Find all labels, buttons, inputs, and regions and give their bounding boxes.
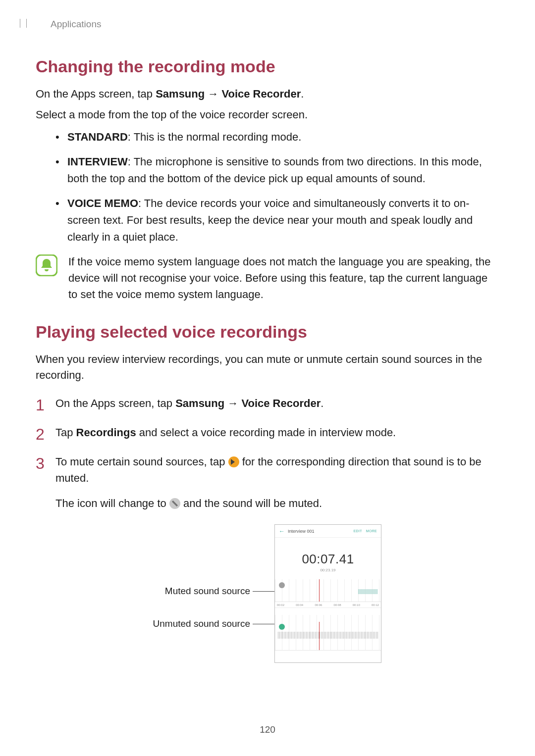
mode-label: VOICE MEMO — [67, 197, 138, 209]
mode-label: INTERVIEW — [67, 155, 128, 168]
time-total: 00:23.19 — [275, 568, 381, 572]
tick: 00:06 — [315, 604, 322, 606]
speaker-muted-icon — [169, 498, 180, 509]
back-arrow-icon[interactable]: ← — [279, 528, 285, 535]
tick: 00:04 — [296, 604, 303, 606]
muted-source-icon[interactable] — [279, 582, 285, 588]
section-title-playing: Playing selected voice recordings — [36, 322, 499, 342]
text: and the sound will be muted. — [180, 497, 322, 509]
header-divider — [20, 19, 27, 28]
steps-list: On the Apps screen, tap Samsung → Voice … — [36, 395, 499, 511]
mode-label: STANDARD — [67, 131, 128, 143]
callout-unmuted: Unmuted sound source — [139, 618, 250, 629]
page-number: 120 — [0, 724, 535, 735]
intro-line-2: Select a mode from the top of the voice … — [36, 107, 499, 123]
waveform — [358, 589, 378, 594]
arrow: → — [205, 88, 221, 100]
tick: 00:12 — [372, 604, 379, 606]
phone-screen: ← Interview 001 EDIT MORE 00:07.41 00:23… — [274, 524, 381, 663]
phone-mockup: Muted sound source Unmuted sound source … — [154, 524, 381, 673]
mode-desc: : This is the normal recording mode. — [128, 131, 302, 143]
list-item: STANDARD: This is the normal recording m… — [55, 129, 499, 146]
text: The icon will change to — [55, 497, 169, 509]
track-top — [275, 579, 381, 602]
callout-muted: Muted sound source — [139, 586, 250, 597]
text: On the Apps screen, tap — [55, 397, 175, 409]
arrow: → — [224, 397, 241, 409]
step-1: On the Apps screen, tap Samsung → Voice … — [36, 395, 499, 411]
waveform — [278, 632, 378, 639]
unmuted-source-icon[interactable] — [279, 624, 285, 630]
bold-voice-recorder: Voice Recorder — [221, 88, 301, 100]
intro-line-1: On the Apps screen, tap Samsung → Voice … — [36, 86, 499, 102]
text: Tap — [55, 426, 76, 439]
step-3-sub: The icon will change to and the sound wi… — [55, 495, 499, 511]
step-2: Tap Recordings and select a voice record… — [36, 424, 499, 441]
edit-button[interactable]: EDIT — [354, 529, 362, 533]
period: . — [301, 88, 304, 100]
bold-samsung: Samsung — [175, 397, 224, 409]
time-current: 00:07.41 — [275, 552, 381, 567]
tick: 00:02 — [277, 604, 284, 606]
mode-list: STANDARD: This is the normal recording m… — [55, 129, 499, 246]
text: On the Apps screen, tap — [36, 88, 156, 100]
tick: 00:08 — [334, 604, 341, 606]
breadcrumb: Applications — [51, 19, 499, 30]
phone-header: ← Interview 001 EDIT MORE — [275, 525, 381, 538]
recording-title: Interview 001 — [288, 529, 350, 534]
note-text: If the voice memo system language does n… — [68, 253, 499, 302]
more-button[interactable]: MORE — [366, 529, 377, 533]
period: . — [321, 397, 323, 409]
list-item: VOICE MEMO: The device records your voic… — [55, 195, 499, 246]
text: and select a voice recording made in int… — [136, 426, 396, 439]
bell-icon — [36, 254, 57, 276]
playhead — [319, 579, 320, 602]
playhead — [319, 622, 320, 650]
playing-intro: When you review interview recordings, yo… — [36, 352, 499, 383]
speaker-on-icon — [228, 456, 239, 467]
mode-desc: : The microphone is sensitive to sounds … — [67, 155, 482, 185]
tick: 00:10 — [353, 604, 360, 606]
bold-voice-recorder: Voice Recorder — [241, 397, 321, 409]
track-bottom — [275, 615, 381, 651]
note-block: If the voice memo system language does n… — [36, 253, 499, 302]
bold-samsung: Samsung — [156, 88, 205, 100]
text: To mute certain sound sources, tap — [55, 455, 228, 468]
list-item: INTERVIEW: The microphone is sensitive t… — [55, 153, 499, 187]
time-axis: 00:02 00:04 00:06 00:08 00:10 00:12 — [275, 602, 381, 608]
section-title-changing-mode: Changing the recording mode — [36, 57, 499, 76]
elapsed-time: 00:07.41 00:23.19 — [275, 552, 381, 572]
bold-recordings: Recordings — [76, 426, 136, 439]
step-3: To mute certain sound sources, tap for t… — [36, 454, 499, 511]
